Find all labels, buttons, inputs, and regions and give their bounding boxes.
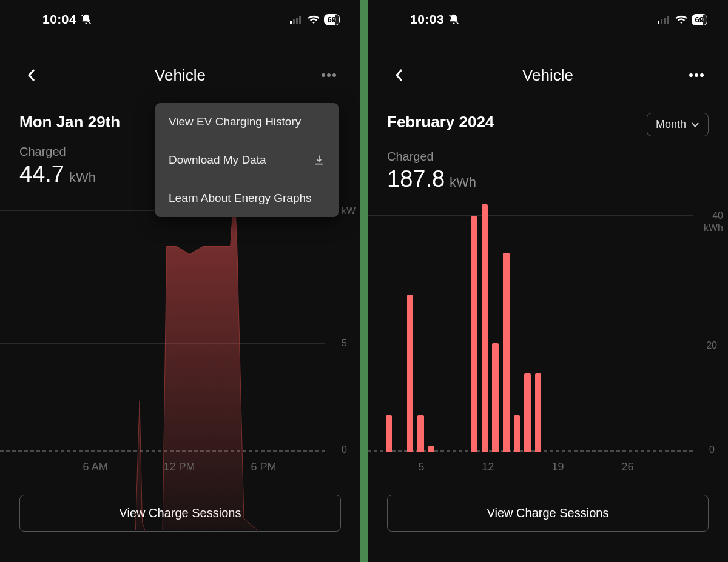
x-axis-labels: 5121926 [368, 461, 693, 473]
svg-point-15 [700, 73, 704, 77]
chevron-down-icon [691, 122, 699, 128]
bar-slot [650, 210, 661, 452]
range-selector[interactable]: Month [647, 113, 709, 136]
wifi-icon [307, 15, 320, 24]
bar-slot [511, 210, 522, 452]
bar-slot [618, 210, 629, 452]
metric-value: 44.7 [19, 161, 64, 187]
more-menu-button[interactable] [684, 63, 709, 87]
download-icon [313, 154, 325, 166]
bar-chart-bars [383, 210, 693, 452]
svg-point-6 [327, 73, 331, 77]
bar-slot [661, 210, 672, 452]
screenshot-left-daily-view: 10:04 69 Vehicle [0, 0, 360, 562]
bar-slot [586, 210, 597, 452]
cellular-signal-icon [290, 15, 303, 24]
bar-slot [554, 210, 565, 452]
bar [514, 415, 521, 452]
bar-slot [682, 210, 693, 452]
daily-power-chart[interactable]: kW 5 0 6 AM12 PM6 PM [0, 206, 360, 481]
more-menu-button[interactable] [317, 63, 341, 87]
bar-slot [672, 210, 682, 452]
bar [417, 415, 424, 452]
menu-item-download[interactable]: Download My Data [155, 141, 339, 179]
bar-slot [405, 210, 416, 452]
status-bar: 10:04 69 [0, 0, 360, 34]
page-title: Vehicle [155, 66, 206, 85]
svg-rect-2 [293, 19, 295, 24]
x-tick: 5 [418, 461, 424, 473]
metric-unit: kWh [69, 170, 96, 186]
metric-unit: kWh [450, 175, 476, 190]
bar [407, 295, 414, 452]
screenshot-divider [360, 0, 368, 562]
bar-slot [437, 210, 448, 452]
svg-rect-1 [290, 21, 292, 24]
x-tick: 6 AM [83, 461, 108, 473]
bar-slot [576, 210, 587, 452]
svg-rect-11 [664, 18, 666, 24]
bar [535, 373, 542, 452]
bar-slot [544, 210, 554, 452]
svg-point-7 [332, 73, 336, 77]
y-tick: 40 [712, 210, 723, 221]
svg-rect-4 [299, 16, 301, 24]
bar-slot [607, 210, 618, 452]
bar-slot [416, 210, 426, 452]
x-axis-labels: 6 AM12 PM6 PM [0, 461, 325, 473]
bar-slot [639, 210, 650, 452]
bar-slot [383, 210, 394, 452]
view-charge-sessions-button[interactable]: View Charge Sessions [387, 495, 709, 532]
bar-slot [490, 210, 501, 452]
status-bar: 10:03 69 [368, 0, 728, 34]
x-tick: 19 [551, 461, 564, 473]
bar-slot [426, 210, 437, 452]
status-time: 10:04 [42, 12, 76, 27]
bar [503, 253, 510, 452]
metric-value: 187.8 [387, 166, 445, 192]
menu-item-history[interactable]: View EV Charging History [155, 103, 339, 141]
bar-slot [448, 210, 459, 452]
bar-slot [469, 210, 480, 452]
y-tick: 5 [342, 338, 347, 349]
x-tick: 12 [482, 461, 494, 473]
bar [482, 204, 488, 452]
y-axis-unit: kWh [704, 222, 723, 233]
metric-label: Charged [387, 150, 709, 164]
bar-slot [533, 210, 544, 452]
back-button[interactable] [19, 63, 44, 87]
area-chart-svg [0, 206, 325, 530]
bar-slot [501, 210, 512, 452]
menu-item-learn[interactable]: Learn About Energy Graphs [155, 179, 339, 217]
date-heading: Mon Jan 29th [19, 113, 120, 132]
bar-slot [565, 210, 576, 452]
svg-point-14 [695, 73, 698, 77]
nav-header: Vehicle [368, 34, 728, 91]
do-not-disturb-icon [80, 13, 92, 25]
svg-point-13 [689, 73, 693, 77]
y-axis-unit: kW [342, 206, 356, 216]
svg-rect-10 [661, 19, 662, 24]
y-tick: 0 [709, 444, 715, 455]
battery-icon: 69 [324, 14, 340, 25]
bar [428, 446, 435, 452]
bar-slot [629, 210, 640, 452]
cellular-signal-icon [658, 15, 671, 24]
svg-point-5 [322, 73, 325, 77]
bar [386, 415, 393, 452]
wifi-icon [675, 15, 688, 24]
charged-metric: Charged 187.8 kWh [368, 136, 728, 192]
y-tick: 0 [342, 444, 347, 455]
battery-icon: 69 [692, 14, 707, 25]
bar-slot [479, 210, 490, 452]
date-heading: February 2024 [387, 113, 494, 132]
svg-rect-9 [658, 21, 659, 24]
monthly-bar-chart[interactable]: 40 kWh 20 0 5121926 [368, 210, 728, 481]
y-tick: 20 [706, 340, 717, 351]
back-button[interactable] [387, 63, 411, 87]
page-title: Vehicle [522, 66, 573, 85]
bar [524, 373, 531, 452]
x-tick: 12 PM [164, 461, 195, 473]
x-tick: 26 [622, 461, 634, 473]
svg-rect-12 [667, 16, 669, 24]
